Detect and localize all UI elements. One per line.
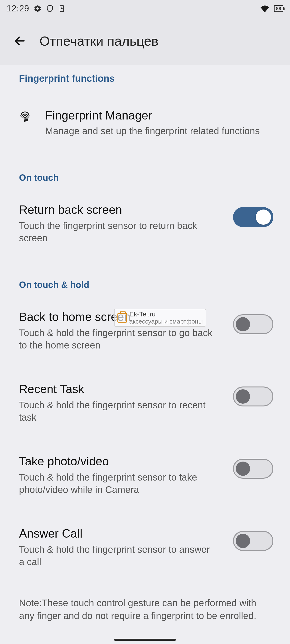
download-status-icon — [58, 4, 65, 12]
answer-call-toggle[interactable] — [233, 531, 273, 551]
status-time: 12:29 — [7, 4, 29, 14]
take-photo-row[interactable]: Take photo/video Touch & hold the finger… — [0, 440, 290, 505]
shield-status-icon — [46, 4, 54, 12]
return-back-toggle[interactable] — [233, 207, 273, 227]
nav-pill[interactable] — [114, 639, 176, 641]
recent-task-title: Recent Task — [19, 382, 223, 396]
answer-call-title: Answer Call — [19, 527, 223, 540]
battery-level: 88 — [276, 6, 281, 12]
recent-task-toggle[interactable] — [233, 386, 273, 406]
take-photo-toggle[interactable] — [233, 459, 273, 479]
wifi-status-icon — [260, 5, 269, 12]
fingerprint-manager-summary: Manage and set up the fingerprint relate… — [45, 125, 276, 137]
page-title: Отпечатки пальцев — [40, 33, 159, 49]
back-home-summary: Touch & hold the fingerprint sensor to g… — [19, 327, 214, 351]
back-home-toggle[interactable] — [233, 314, 273, 334]
back-home-title: Back to home screen — [19, 310, 223, 324]
back-home-row[interactable]: Back to home screen Touch & hold the fin… — [0, 296, 290, 361]
battery-status-icon: 88 — [274, 5, 283, 12]
fingerprint-manager-title: Fingerprint Manager — [45, 108, 276, 122]
app-bar: Отпечатки пальцев — [0, 17, 290, 64]
answer-call-row[interactable]: Answer Call Touch & hold the fingerprint… — [0, 512, 290, 578]
settings-status-icon — [34, 4, 42, 12]
return-back-title: Return back screen — [19, 203, 223, 217]
answer-call-summary: Touch & hold the fingerprint sensor to a… — [19, 543, 214, 568]
take-photo-summary: Touch & hold the fingerprint sensor to t… — [19, 471, 214, 496]
recent-task-row[interactable]: Recent Task Touch & hold the fingerprint… — [0, 368, 290, 433]
take-photo-title: Take photo/video — [19, 454, 223, 468]
fingerprint-manager-row[interactable]: Fingerprint Manager Manage and set up th… — [0, 90, 290, 146]
footer-note: Note:These touch control gesture can be … — [0, 578, 290, 622]
section-header-on-touch-hold: On touch & hold — [0, 254, 290, 296]
back-button[interactable] — [13, 34, 26, 47]
recent-task-summary: Touch & hold the fingerprint sensor to r… — [19, 399, 214, 424]
section-header-functions: Fingerprint functions — [0, 64, 290, 90]
return-back-summary: Touch the fingerprint sensor to return b… — [19, 220, 214, 244]
return-back-row[interactable]: Return back screen Touch the fingerprint… — [0, 188, 290, 254]
fingerprint-icon — [14, 111, 36, 123]
section-header-on-touch: On touch — [0, 146, 290, 188]
status-bar: 12:29 88 — [0, 0, 290, 17]
